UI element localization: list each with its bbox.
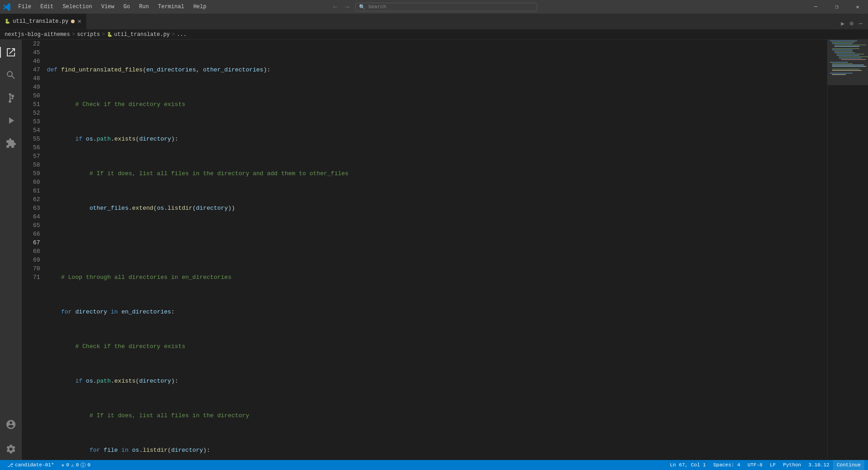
ln-63: 63 bbox=[22, 204, 40, 212]
breadcrumb-file[interactable]: util_translate.py bbox=[114, 31, 170, 38]
code-line-50: # Loop through all directories in en_dir… bbox=[47, 273, 827, 282]
encoding-text: UTF-8 bbox=[747, 462, 762, 468]
python-version-text: 3.10.12 bbox=[808, 462, 829, 468]
titlebar-window-controls: ─ ❐ ✕ bbox=[805, 0, 868, 14]
status-branch[interactable]: ⎇ candidate-01* bbox=[4, 460, 58, 470]
line-numbers: 22 45 46 47 48 49 50 51 52 53 54 55 56 5… bbox=[22, 40, 45, 460]
ln-60: 60 bbox=[22, 178, 40, 187]
info-icon: ⓘ bbox=[81, 462, 86, 469]
vscode-logo bbox=[0, 0, 14, 14]
ln-64: 64 bbox=[22, 212, 40, 221]
ln-69: 69 bbox=[22, 256, 40, 264]
menu-terminal[interactable]: Terminal bbox=[153, 0, 189, 14]
ln-59: 59 bbox=[22, 169, 40, 178]
menu-view[interactable]: View bbox=[96, 0, 119, 14]
breadcrumb: nextjs-blog-aithemes > scripts > 🐍 util_… bbox=[0, 30, 868, 40]
code-editor[interactable]: 22 45 46 47 48 49 50 51 52 53 54 55 56 5… bbox=[22, 40, 868, 460]
main-layout: 22 45 46 47 48 49 50 51 52 53 54 55 56 5… bbox=[0, 40, 868, 460]
continue-text: Continue bbox=[837, 462, 861, 468]
code-line-47: # If it does, list all files in the dire… bbox=[47, 169, 827, 178]
titlebar: File Edit Selection View Go Run Terminal… bbox=[0, 0, 868, 14]
status-spaces[interactable]: Spaces: 4 bbox=[710, 460, 744, 470]
nav-forward-button[interactable]: → bbox=[343, 2, 351, 11]
titlebar-center: ← → 🔍 Search bbox=[331, 2, 537, 11]
menu-run[interactable]: Run bbox=[135, 0, 154, 14]
ln-51: 51 bbox=[22, 100, 40, 109]
status-right: Ln 67, Col 1 Spaces: 4 UTF-8 LF Python 3… bbox=[666, 460, 865, 470]
menu-go[interactable]: Go bbox=[119, 0, 134, 14]
editor-container: 22 45 46 47 48 49 50 51 52 53 54 55 56 5… bbox=[22, 40, 868, 460]
window-restore-button[interactable]: ❐ bbox=[826, 0, 847, 14]
code-line-51: for directory in en_directories: bbox=[47, 308, 827, 316]
activity-settings[interactable] bbox=[0, 438, 22, 460]
code-line-48: other_files.extend(os.listdir(directory)… bbox=[47, 204, 827, 212]
warning-icon: ⚠ bbox=[71, 462, 74, 468]
ln-54: 54 bbox=[22, 126, 40, 135]
status-cursor-position[interactable]: Ln 67, Col 1 bbox=[666, 460, 710, 470]
window-close-button[interactable]: ✕ bbox=[847, 0, 868, 14]
spaces-text: Spaces: 4 bbox=[713, 462, 740, 468]
language-text: Python bbox=[783, 462, 801, 468]
ln-71: 71 bbox=[22, 273, 40, 282]
tab-modified-dot bbox=[71, 20, 75, 23]
tab-icon: 🐍 bbox=[5, 19, 10, 24]
activity-search[interactable] bbox=[0, 64, 22, 86]
status-continue[interactable]: Continue bbox=[833, 460, 864, 470]
status-python-version[interactable]: 3.10.12 bbox=[805, 460, 833, 470]
error-icon: ✕ bbox=[61, 462, 65, 468]
ln-52: 52 bbox=[22, 109, 40, 117]
ln-22: 22 bbox=[22, 40, 40, 48]
breadcrumb-scripts[interactable]: scripts bbox=[77, 31, 100, 38]
activity-run-debug[interactable] bbox=[0, 110, 22, 131]
status-language[interactable]: Python bbox=[779, 460, 805, 470]
tab-close-button[interactable]: ✕ bbox=[77, 18, 81, 25]
breadcrumb-root[interactable]: nextjs-blog-aithemes bbox=[5, 31, 70, 38]
ln-49: 49 bbox=[22, 83, 40, 91]
editor-actions: ▶ ⊞ ⋯ bbox=[839, 18, 868, 29]
ln-47: 47 bbox=[22, 66, 40, 74]
menu-help[interactable]: Help bbox=[189, 0, 211, 14]
branch-name: candidate-01* bbox=[15, 462, 54, 468]
ln-61: 61 bbox=[22, 187, 40, 195]
activity-source-control[interactable] bbox=[0, 87, 22, 109]
status-errors[interactable]: ✕ 0 ⚠ 0 ⓘ 0 bbox=[58, 460, 94, 470]
tab-label: util_translate.py bbox=[13, 18, 68, 25]
status-encoding[interactable]: UTF-8 bbox=[744, 460, 766, 470]
search-bar[interactable]: 🔍 Search bbox=[355, 3, 537, 11]
ln-58: 58 bbox=[22, 161, 40, 169]
nav-back-button[interactable]: ← bbox=[331, 2, 339, 11]
tab-util-translate[interactable]: 🐍 util_translate.py ✕ bbox=[0, 13, 86, 29]
ln-67: 67 bbox=[22, 238, 40, 247]
warning-count: 0 bbox=[76, 462, 79, 468]
activity-extensions[interactable] bbox=[0, 132, 22, 154]
ln-45: 45 bbox=[22, 48, 40, 57]
ln-57: 57 bbox=[22, 152, 40, 161]
code-line-52: # Check if the directory exists bbox=[47, 342, 827, 351]
ln-55: 55 bbox=[22, 135, 40, 143]
breadcrumb-symbol[interactable]: ... bbox=[177, 31, 187, 38]
code-line-54: # If it does, list all files in the dire… bbox=[47, 411, 827, 420]
ln-56: 56 bbox=[22, 143, 40, 152]
ln-66: 66 bbox=[22, 230, 40, 238]
menu-selection[interactable]: Selection bbox=[58, 0, 97, 14]
code-content[interactable]: def find_untranslated_files(en_directori… bbox=[45, 40, 827, 460]
split-editor-button[interactable]: ⊞ bbox=[848, 18, 855, 29]
ln-46: 46 bbox=[22, 57, 40, 66]
menu-file[interactable]: File bbox=[14, 0, 36, 14]
run-button[interactable]: ▶ bbox=[839, 18, 847, 29]
minimap-viewport bbox=[828, 40, 868, 85]
code-line-55: for file in os.listdir(directory): bbox=[47, 446, 827, 455]
menu-edit[interactable]: Edit bbox=[36, 0, 58, 14]
code-line-22: def find_untranslated_files(en_directori… bbox=[47, 66, 827, 74]
more-actions-button[interactable]: ⋯ bbox=[857, 18, 864, 29]
ln-62: 62 bbox=[22, 195, 40, 204]
branch-icon: ⎇ bbox=[7, 462, 13, 468]
code-line-53: if os.path.exists(directory): bbox=[47, 377, 827, 385]
activitybar bbox=[0, 40, 22, 460]
activity-explorer[interactable] bbox=[0, 41, 22, 63]
search-placeholder: Search bbox=[368, 4, 386, 10]
tabbar: 🐍 util_translate.py ✕ ▶ ⊞ ⋯ bbox=[0, 14, 868, 30]
status-eol[interactable]: LF bbox=[766, 460, 779, 470]
activity-accounts[interactable] bbox=[0, 414, 22, 435]
window-minimize-button[interactable]: ─ bbox=[805, 0, 826, 14]
